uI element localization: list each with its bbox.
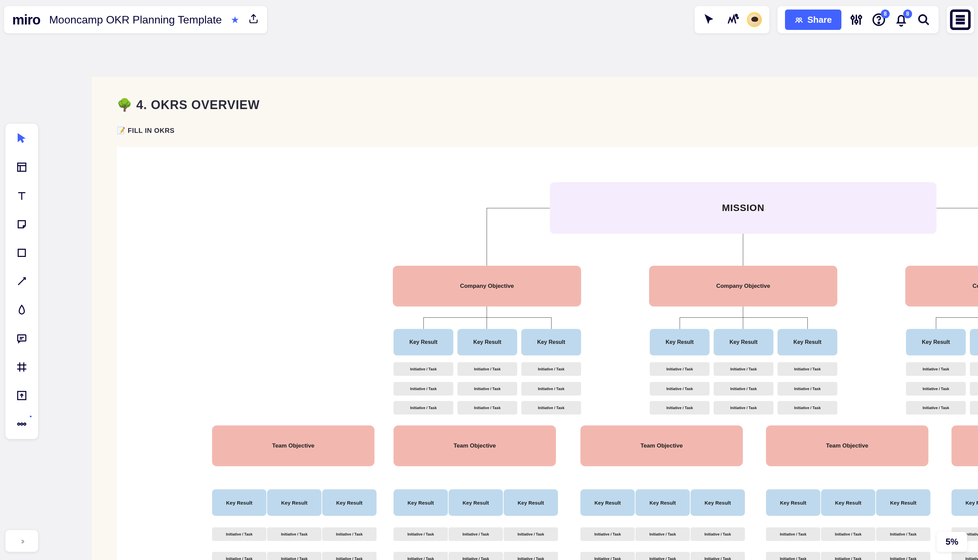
initiative-node[interactable]: Initiative / Task [906, 401, 966, 415]
initiative-node[interactable]: Initiative / Task [778, 401, 837, 415]
initiative-node[interactable]: Initiative / Task [766, 527, 820, 541]
initiative-node[interactable]: Initiative / Task [448, 527, 503, 541]
miro-canvas[interactable]: 🌳 4. OKRS OVERVIEW 📝 FILL IN OKRS MISSIO… [0, 0, 978, 560]
initiative-node[interactable]: Initiative / Task [393, 527, 448, 541]
key-result-node[interactable]: Key Result [821, 489, 875, 516]
share-button[interactable]: Share [785, 10, 841, 30]
cursor-arrow-icon[interactable] [702, 12, 717, 27]
initiative-node[interactable]: Initiative / Task [580, 552, 635, 560]
expand-toolbar-button[interactable]: ›› [5, 530, 38, 552]
key-result-node[interactable]: Key Result [267, 489, 322, 516]
team-objective-node[interactable]: Team Objective [212, 425, 375, 466]
key-result-node[interactable]: Key Result [778, 329, 837, 355]
initiative-node[interactable]: Initiative / Task [876, 552, 930, 560]
upload-tool[interactable] [13, 387, 30, 404]
initiative-node[interactable]: Initiative / Task [393, 362, 453, 376]
team-objective-node[interactable]: Team Objective [766, 425, 928, 466]
key-result-node[interactable]: Key Result [212, 489, 267, 516]
initiative-node[interactable]: Initiative / Task [906, 382, 966, 395]
key-result-node[interactable]: Key Result [690, 489, 745, 516]
key-result-node[interactable]: Key Result [322, 489, 377, 516]
panel-toggle-icon[interactable] [947, 6, 974, 33]
initiative-node[interactable]: Initiative / Task [876, 527, 930, 541]
initiative-node[interactable]: Initiative / Task [580, 527, 635, 541]
company-objective-node[interactable]: Company Objective [393, 266, 581, 307]
key-result-node[interactable]: Key Result [876, 489, 930, 516]
miro-logo[interactable]: miro [12, 12, 40, 28]
initiative-node[interactable]: Initiative / Task [650, 362, 710, 376]
key-result-node[interactable]: Key Result [951, 489, 978, 516]
initiative-node[interactable]: Initiative / Task [457, 382, 517, 395]
initiative-node[interactable]: Initiative / Task [714, 382, 773, 395]
initiative-node[interactable]: Initiative / Task [267, 552, 322, 560]
help-icon[interactable]: 8 [871, 12, 886, 27]
initiative-node[interactable]: Initiative / Task [970, 401, 978, 415]
star-icon[interactable]: ★ [231, 14, 239, 25]
initiative-node[interactable]: Initiative / Task [212, 527, 267, 541]
notifications-icon[interactable]: 8 [894, 12, 909, 27]
team-objective-node[interactable]: Team Objective [393, 425, 556, 466]
frame-tool[interactable] [13, 359, 30, 375]
initiative-node[interactable]: Initiative / Task [503, 552, 558, 560]
text-tool[interactable] [13, 188, 30, 204]
initiative-node[interactable]: Initiative / Task [457, 362, 517, 376]
templates-tool[interactable] [13, 159, 30, 175]
initiative-node[interactable]: Initiative / Task [714, 362, 773, 376]
initiative-node[interactable]: Initiative / Task [951, 552, 978, 560]
select-tool[interactable] [13, 130, 30, 147]
initiative-node[interactable]: Initiative / Task [906, 362, 966, 376]
initiative-node[interactable]: Initiative / Task [690, 527, 745, 541]
initiative-node[interactable]: Initiative / Task [821, 552, 875, 560]
company-objective-node[interactable]: Company Objective [649, 266, 837, 307]
initiative-node[interactable]: Initiative / Task [393, 382, 453, 395]
team-objective-node[interactable]: Team Objective [580, 425, 743, 466]
initiative-node[interactable]: Initiative / Task [393, 401, 453, 415]
key-result-node[interactable]: Key Result [766, 489, 820, 516]
company-objective-node[interactable]: Company Objective [905, 266, 978, 307]
key-result-node[interactable]: Key Result [503, 489, 558, 516]
initiative-node[interactable]: Initiative / Task [970, 362, 978, 376]
initiative-node[interactable]: Initiative / Task [970, 382, 978, 395]
board-title[interactable]: Mooncamp OKR Planning Template [49, 13, 222, 26]
initiative-node[interactable]: Initiative / Task [521, 401, 581, 415]
more-tools[interactable] [13, 416, 30, 432]
shape-tool[interactable] [13, 245, 30, 261]
avatar[interactable] [747, 12, 762, 27]
connection-line-tool[interactable] [13, 273, 30, 290]
key-result-node[interactable]: Key Result [393, 489, 448, 516]
comment-tool[interactable] [13, 330, 30, 347]
team-objective-node[interactable]: Team Objective [951, 425, 978, 466]
initiative-node[interactable]: Initiative / Task [690, 552, 745, 560]
initiative-node[interactable]: Initiative / Task [778, 362, 837, 376]
initiative-node[interactable]: Initiative / Task [821, 527, 875, 541]
key-result-node[interactable]: Key Result [714, 329, 773, 355]
initiative-node[interactable]: Initiative / Task [714, 401, 773, 415]
initiative-node[interactable]: Initiative / Task [448, 552, 503, 560]
initiative-node[interactable]: Initiative / Task [521, 382, 581, 395]
key-result-node[interactable]: Key Result [521, 329, 581, 355]
sticky-note-tool[interactable] [13, 216, 30, 232]
mission-node[interactable]: MISSION [550, 182, 936, 234]
search-icon[interactable] [916, 12, 931, 27]
initiative-node[interactable]: Initiative / Task [267, 527, 322, 541]
initiative-node[interactable]: Initiative / Task [650, 382, 710, 395]
key-result-node[interactable]: Key Result [393, 329, 453, 355]
initiative-node[interactable]: Initiative / Task [650, 401, 710, 415]
settings-icon[interactable] [849, 12, 864, 27]
initiative-node[interactable]: Initiative / Task [521, 362, 581, 376]
initiative-node[interactable]: Initiative / Task [635, 527, 690, 541]
initiative-node[interactable]: Initiative / Task [503, 527, 558, 541]
initiative-node[interactable]: Initiative / Task [322, 527, 377, 541]
key-result-node[interactable]: Key Result [635, 489, 690, 516]
initiative-node[interactable]: Initiative / Task [322, 552, 377, 560]
key-result-node[interactable]: Key Result [448, 489, 503, 516]
initiative-node[interactable]: Initiative / Task [393, 552, 448, 560]
zoom-level[interactable]: 5% [936, 532, 967, 552]
initiative-node[interactable]: Initiative / Task [457, 401, 517, 415]
key-result-node[interactable]: Key Result [580, 489, 635, 516]
initiative-node[interactable]: Initiative / Task [212, 552, 267, 560]
reactions-icon[interactable] [725, 12, 740, 27]
export-icon[interactable] [248, 13, 259, 27]
initiative-node[interactable]: Initiative / Task [635, 552, 690, 560]
initiative-node[interactable]: Initiative / Task [766, 552, 820, 560]
